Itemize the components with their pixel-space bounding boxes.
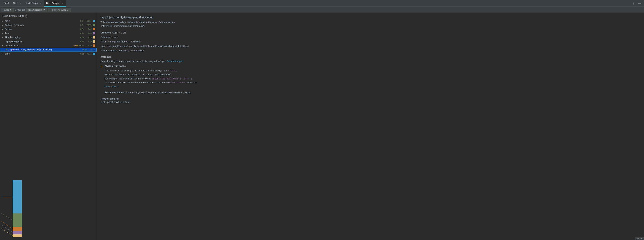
expand-dexing-icon: ▶ [2, 28, 5, 30]
reason-value: Task.upToDateWhen is false. [100, 101, 640, 103]
chart-bar-java [13, 231, 22, 235]
dexing-pct: 5.8% [85, 28, 92, 30]
uncategorized-warn-badge: 1 warn [73, 45, 78, 47]
tree-item-android-resources[interactable]: ▶ Android Resources 3.6s 25.7% [0, 23, 97, 27]
duration-field: Duration: <0.1s / <0.1% [100, 31, 640, 35]
apk-sub-time: 0.6s [80, 40, 84, 43]
android-resources-time: 3.6s [80, 24, 84, 26]
tree-item-java[interactable]: ▶ Java 0.7s 5.0% [0, 31, 97, 35]
warning-code: outputs.upToDateWhen { false }. [152, 78, 193, 80]
dexing-time: 0.8s [80, 28, 84, 30]
inject-crashlytics-pct: <0.1% [88, 48, 95, 51]
kotlin-pct: 59.3% [85, 20, 92, 22]
chart-bar-kotlin [13, 180, 22, 213]
warning-body: This task might be setting its up-to-dat… [104, 69, 197, 89]
type-value: com.google.firebase.crashlytics.buildtoo… [107, 45, 189, 47]
tab-build-analyzer-close[interactable]: × [62, 2, 64, 4]
warning-body-5: enclosure. [186, 81, 197, 84]
warning-uptodatewhen-code: upToDateWhen [169, 81, 185, 84]
recommendation-label: Recommendation: [104, 91, 125, 94]
sync-bar [93, 53, 95, 55]
type-field: Type: com.google.firebase.crashlytics.bu… [100, 44, 640, 48]
dexing-label: Dexing [5, 28, 80, 30]
tab-sync-label: Sync [13, 2, 18, 4]
apk-sub-bar [93, 40, 95, 43]
tree-item-dexing[interactable]: ▶ Dexing 0.8s 5.8% [0, 27, 97, 31]
subproject-value: :app [114, 36, 118, 38]
tasks-chevron-icon: ▼ [10, 8, 12, 11]
tab-build-analyzer[interactable]: Build Analyzer × [44, 0, 66, 7]
uncategorized-time: <0.1s [79, 44, 84, 47]
tab-sync-close[interactable]: × [19, 2, 22, 4]
generate-report-link[interactable]: Generate report [167, 60, 183, 62]
group-by-dropdown[interactable]: Task Category ▼ [26, 8, 47, 12]
warning-icon-large: ⚠ [100, 65, 103, 68]
tab-sync[interactable]: Sync × [11, 0, 24, 7]
expand-java-icon: ▶ [2, 32, 5, 34]
chart-line-java [2, 225, 13, 232]
expand-kotlin-icon: ▶ [2, 20, 5, 22]
chart-bar-apk-packaging [13, 235, 22, 237]
java-time: 0.7s [80, 32, 84, 34]
tab-minimize-button[interactable]: — [636, 1, 642, 6]
main-content: Tasks duration: 14.0s ? ▶ Kotlin 8.3s 59… [0, 13, 644, 240]
warning-body-4: To optimize task execution with up-to-da… [104, 81, 169, 84]
tree-item-sync[interactable]: ▶ Sync <0.1s <0.1% [0, 52, 97, 56]
warnings-description-line: Consider filing a bug to report this iss… [100, 59, 640, 63]
apk-packaging-label: APK Packaging [5, 36, 80, 39]
tab-build-output-close[interactable]: × [40, 2, 42, 4]
type-label: Type: [100, 45, 106, 47]
right-panel: :app:injectCrashlyticsMappingFileIdDebug… [97, 13, 644, 240]
help-icon[interactable]: ? [25, 14, 28, 17]
filters-label: Filters: All tasks [50, 8, 66, 11]
warning-title: Always-Run Tasks [104, 65, 197, 67]
duration-label: Tasks duration: [2, 15, 17, 17]
reason-title: Reason task ran [100, 97, 640, 100]
kotlin-label: Kotlin [5, 20, 80, 22]
tab-build-output[interactable]: Build Output × [24, 0, 44, 7]
status-bar-text: 256 MB [636, 238, 642, 240]
duration-header: Tasks duration: 14.0s ? [0, 13, 97, 19]
toolbar: Tasks ▼ Group by: Task Category ▼ Filter… [0, 7, 644, 13]
chart-bar-android-resources [13, 213, 22, 227]
duration-field-label: Duration: [100, 31, 111, 34]
tree-item-kotlin[interactable]: ▶ Kotlin 8.3s 59.3% [0, 19, 97, 23]
warning-body-1: This task might be setting its up-to-dat… [104, 69, 169, 72]
execution-value: Uncategorized [130, 49, 144, 52]
tree-item-apk-sub[interactable]: :app:packageDe… 0.6s 4.2% [0, 39, 97, 43]
duration-field-value: <0.1s / <0.1% [112, 31, 126, 34]
apk-packaging-time: 0.6s [80, 36, 84, 38]
warnings-description-text: Consider filing a bug to report this iss… [100, 60, 166, 62]
inject-crashlytics-label: :app:injectCrashlyticsMapp…ngFileIdDebug [8, 48, 82, 51]
tab-build-analyzer-label: Build Analyzer [46, 2, 60, 4]
learn-more-link[interactable]: Learn more [104, 85, 118, 88]
chart-line-dexing [2, 221, 13, 229]
tasks-label: Tasks [3, 8, 9, 11]
inject-crashlytics-time: <0.1s [82, 48, 87, 51]
tree-item-inject-crashlytics[interactable]: ⚠ :app:injectCrashlyticsMapp…ngFileIdDeb… [0, 48, 97, 52]
tasks-dropdown[interactable]: Tasks ▼ [2, 8, 14, 12]
execution-label: Task Execution Categories: [100, 49, 129, 52]
uncategorized-pct: <0.1% [85, 44, 92, 47]
android-resources-label: Android Resources [5, 24, 80, 26]
filters-button[interactable]: Filters: All tasks ⌄ [48, 8, 70, 12]
android-resources-pct: 25.7% [85, 24, 92, 26]
tab-build-label: Build [4, 2, 9, 4]
expand-sync-icon: ▶ [2, 53, 5, 55]
tree-item-apk-packaging[interactable]: ▼ APK Packaging 0.6s 4.2% [0, 35, 97, 39]
recommendation-value: Ensure that you don't automatically over… [126, 91, 190, 94]
left-panel: Tasks duration: 14.0s ? ▶ Kotlin 8.3s 59… [0, 13, 97, 240]
uncategorized-label: Uncategorized [5, 44, 73, 47]
warning-body-3: For example, the task might set the foll… [104, 77, 151, 80]
tab-build-output-label: Build Output [26, 2, 38, 4]
group-by-label: Group by: [15, 8, 25, 11]
tree-item-uncategorized[interactable]: ▼ Uncategorized 1 warn <0.1s <0.1% [0, 43, 97, 48]
warning-triangle-icon: ⚠ [6, 48, 8, 51]
task-description: This task frequently determines build du… [100, 20, 640, 28]
tab-build[interactable]: Build [2, 0, 11, 7]
chart-area [0, 180, 97, 240]
android-resources-bar [93, 24, 95, 26]
tab-menu-button[interactable]: ⋮ [630, 1, 636, 6]
apk-packaging-pct: 4.2% [85, 36, 92, 38]
expand-android-resources-icon: ▶ [2, 24, 5, 26]
